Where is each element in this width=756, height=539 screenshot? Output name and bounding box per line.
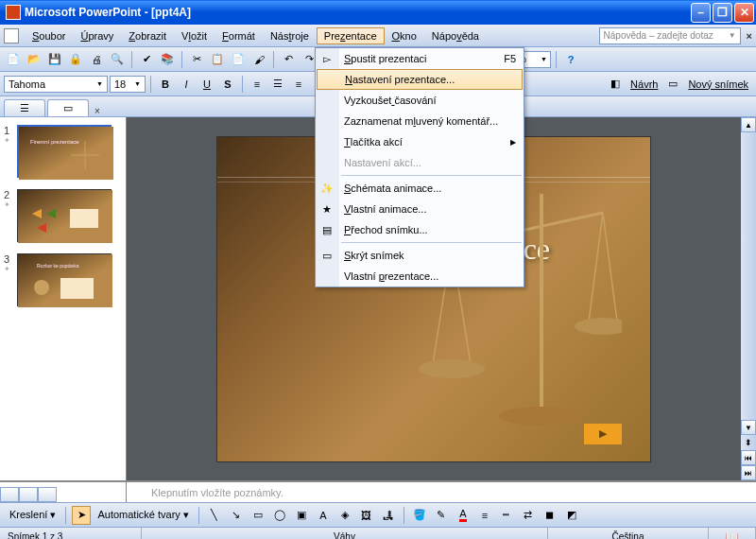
menubar: SouborÚpravyZobrazitVložitFormátNástroje… xyxy=(0,25,756,47)
font-select[interactable]: Tahoma▼ xyxy=(4,76,108,93)
shadow-button[interactable]: S xyxy=(218,75,237,94)
research-icon[interactable]: 📚 xyxy=(158,50,177,69)
undo-icon[interactable]: ↶ xyxy=(279,50,298,69)
thumbnail-3[interactable]: Rozbor ke poptávka xyxy=(17,253,112,306)
tab-outline[interactable]: ☰ xyxy=(4,99,45,116)
preview-icon[interactable]: 🔍 xyxy=(108,50,127,69)
fill-color-icon[interactable]: 🪣 xyxy=(410,506,429,525)
menu-item-3[interactable]: Zaznamenat mluvený komentář... xyxy=(316,111,524,131)
help-icon[interactable]: ? xyxy=(561,50,580,69)
svg-rect-3 xyxy=(70,209,98,228)
slide-thumbnails-pane: 1✦ Firemní prezentace 2✦ 3✦ Rozbor ke po… xyxy=(0,117,127,480)
status-design: Váhy xyxy=(142,528,548,539)
thumbnail-2[interactable] xyxy=(17,189,112,242)
help-search-input[interactable]: Nápověda – zadejte dotaz▼ xyxy=(599,27,741,44)
permission-icon[interactable]: 🔒 xyxy=(66,50,85,69)
menu-úpravy[interactable]: Úpravy xyxy=(73,27,121,44)
oval-icon[interactable]: ◯ xyxy=(270,506,289,525)
svg-point-15 xyxy=(419,359,485,378)
thumbnail-1[interactable]: Firemní prezentace xyxy=(17,125,112,178)
print-icon[interactable]: 🖨 xyxy=(87,50,106,69)
document-icon xyxy=(4,28,19,43)
menu-prezentace[interactable]: Prezentace xyxy=(317,27,385,44)
slideshow-view-button[interactable] xyxy=(38,487,57,502)
design-label[interactable]: Návrh xyxy=(627,78,662,90)
arrow-icon[interactable]: ↘ xyxy=(227,506,246,525)
menu-item-9[interactable]: ▤Přechod snímku... xyxy=(316,219,524,240)
copy-icon[interactable]: 📋 xyxy=(208,50,227,69)
select-arrow-icon[interactable]: ➤ xyxy=(72,506,91,525)
picture-icon[interactable]: 🏞 xyxy=(379,506,398,525)
save-icon[interactable]: 💾 xyxy=(45,50,64,69)
svg-point-9 xyxy=(34,280,49,295)
textbox-icon[interactable]: ▣ xyxy=(292,506,311,525)
close-pane-button[interactable]: × xyxy=(94,106,100,116)
arrow-style-icon[interactable]: ⇄ xyxy=(519,506,538,525)
menu-nápověda[interactable]: Nápověda xyxy=(424,27,487,44)
underline-button[interactable]: U xyxy=(198,75,216,94)
menu-soubor[interactable]: Soubor xyxy=(25,27,73,44)
open-icon[interactable]: 📂 xyxy=(25,50,43,69)
close-button[interactable]: ✕ xyxy=(734,3,754,23)
menu-nástroje[interactable]: Nástroje xyxy=(263,27,317,44)
titlebar: Microsoft PowerPoint - [ppt4A] – ❐ ✕ xyxy=(0,0,756,25)
vertical-scrollbar[interactable]: ▲ ▼ ⬍ ⏮ ⏭ xyxy=(741,117,756,480)
svg-rect-0 xyxy=(19,127,113,180)
diagram-icon[interactable]: ◈ xyxy=(335,506,354,525)
align-right-icon[interactable]: ≡ xyxy=(289,75,308,94)
menu-item-0[interactable]: ▻Spustit prezentaciF5 xyxy=(316,48,524,69)
normal-view-button[interactable] xyxy=(0,487,19,502)
new-slide-button[interactable]: ▭ xyxy=(663,75,682,94)
close-doc-button[interactable]: × xyxy=(747,30,752,42)
menu-item-12[interactable]: Vlastní prezentace... xyxy=(316,266,524,287)
menu-zobrazit[interactable]: Zobrazit xyxy=(121,27,174,44)
align-center-icon[interactable]: ☰ xyxy=(268,75,287,94)
menu-item-2[interactable]: Vyzkoušet časování xyxy=(316,90,524,111)
menu-okno[interactable]: Okno xyxy=(385,27,424,44)
draw-menu[interactable]: Kreslení ▾ xyxy=(6,509,60,521)
new-slide-label[interactable]: Nový snímek xyxy=(684,78,752,90)
line-icon[interactable]: ╲ xyxy=(205,506,224,525)
clipart-icon[interactable]: 🖼 xyxy=(357,506,376,525)
prezentace-menu: ▻Spustit prezentaciF5Nastavení prezentac… xyxy=(315,47,524,287)
sorter-view-button[interactable] xyxy=(19,487,38,502)
notes-pane[interactable]: Klepnutím vložíte poznámky. xyxy=(127,481,756,502)
minimize-button[interactable]: – xyxy=(691,3,711,23)
svg-text:Firemní prezentace: Firemní prezentace xyxy=(30,139,79,145)
line-color-icon[interactable]: ✎ xyxy=(432,506,451,525)
align-left-icon[interactable]: ≡ xyxy=(248,75,266,94)
tab-slides[interactable]: ▭ xyxy=(47,99,89,116)
autoshapes-menu[interactable]: Automatické tvary ▾ xyxy=(94,509,192,521)
shadow-icon[interactable]: ◼ xyxy=(541,506,559,525)
format-painter-icon[interactable]: 🖌 xyxy=(249,50,268,69)
view-buttons xyxy=(0,481,127,502)
spellcheck-icon[interactable]: ✔ xyxy=(137,50,156,69)
new-icon[interactable]: 📄 xyxy=(4,50,23,69)
rectangle-icon[interactable]: ▭ xyxy=(249,506,267,525)
font-size-select[interactable]: 18▼ xyxy=(110,76,146,93)
menu-vložit[interactable]: Vložit xyxy=(174,27,215,44)
bold-button[interactable]: B xyxy=(156,75,175,94)
3d-icon[interactable]: ◩ xyxy=(562,506,581,525)
paste-icon[interactable]: 📄 xyxy=(229,50,248,69)
design-button[interactable]: ◧ xyxy=(606,75,625,94)
svg-point-19 xyxy=(499,407,584,426)
wordart-icon[interactable]: A xyxy=(314,506,333,525)
status-slide-info: Snímek 1 z 3 xyxy=(0,528,142,539)
menu-item-4[interactable]: Tlačítka akcí▶ xyxy=(316,131,524,152)
line-style-icon[interactable]: ≡ xyxy=(475,506,494,525)
menu-item-8[interactable]: ★Vlastní animace... xyxy=(316,199,524,219)
italic-button[interactable]: I xyxy=(177,75,196,94)
menu-item-11[interactable]: ▭Skrýt snímek xyxy=(316,245,524,266)
dash-style-icon[interactable]: ┅ xyxy=(497,506,516,525)
menu-item-1[interactable]: Nastavení prezentace... xyxy=(317,69,523,90)
font-color-icon[interactable]: A xyxy=(454,506,472,525)
cut-icon[interactable]: ✂ xyxy=(187,50,206,69)
status-spell-icon[interactable]: 📖 xyxy=(709,528,756,539)
svg-point-18 xyxy=(575,318,622,335)
maximize-button[interactable]: ❐ xyxy=(713,3,732,23)
menu-item-7[interactable]: ✨Schémata animace... xyxy=(316,178,524,199)
play-icon[interactable]: ▶ xyxy=(584,424,622,444)
menu-formát[interactable]: Formát xyxy=(215,27,263,44)
status-language[interactable]: Čeština xyxy=(548,528,709,539)
